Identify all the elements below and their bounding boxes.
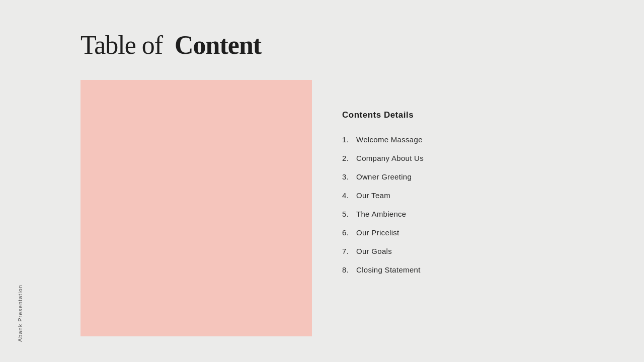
list-item-number: 7. [342,247,356,255]
main-content: Table of Content Contents Details 1.Welc… [40,0,644,362]
list-item-text: Our Goals [356,247,392,255]
list-item-text: Our Team [356,191,390,200]
title-light: Table of [80,31,163,59]
sidebar: Abank Presentation [0,0,40,362]
list-item: 1.Welcome Massage [342,135,604,144]
list-item: 5.The Ambience [342,210,604,218]
list-item: 2.Company About Us [342,154,604,162]
list-item: 8.Closing Statement [342,265,604,274]
sidebar-label: Abank Presentation [17,285,23,342]
list-item-number: 2. [342,154,356,162]
list-item-text: Company About Us [356,154,424,162]
list-item-number: 8. [342,265,356,274]
list-item-text: Our Pricelist [356,228,399,237]
list-item: 4.Our Team [342,191,604,200]
contents-heading: Contents Details [342,110,604,120]
image-placeholder [80,80,312,336]
contents-list: 1.Welcome Massage2.Company About Us3.Own… [342,135,604,274]
content-details: Contents Details 1.Welcome Massage2.Comp… [342,80,604,284]
list-item-text: Owner Greeting [356,172,412,181]
title-bold: Content [175,31,261,59]
list-item-number: 6. [342,228,356,237]
list-item: 3.Owner Greeting [342,172,604,181]
content-area: Contents Details 1.Welcome Massage2.Comp… [80,80,604,336]
list-item-number: 3. [342,172,356,181]
list-item-text: Closing Statement [356,265,421,274]
list-item: 7.Our Goals [342,247,604,255]
list-item-text: Welcome Massage [356,135,423,144]
page-title: Table of Content [80,30,604,60]
list-item-number: 1. [342,135,356,144]
list-item-number: 4. [342,191,356,200]
list-item: 6.Our Pricelist [342,228,604,237]
list-item-number: 5. [342,210,356,218]
list-item-text: The Ambience [356,210,407,218]
